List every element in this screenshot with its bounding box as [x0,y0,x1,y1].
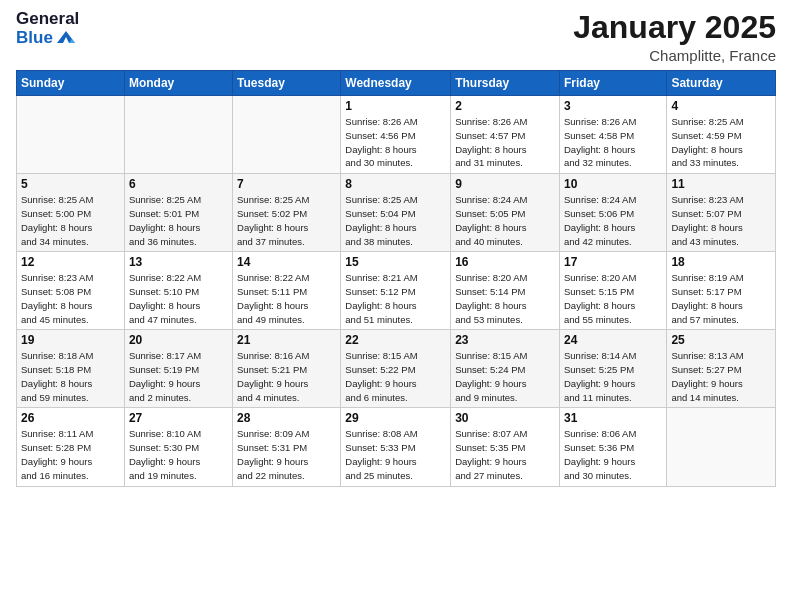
calendar-cell: 5Sunrise: 8:25 AMSunset: 5:00 PMDaylight… [17,174,125,252]
day-info: Sunrise: 8:25 AMSunset: 5:02 PMDaylight:… [237,193,336,248]
calendar-header-row: SundayMondayTuesdayWednesdayThursdayFrid… [17,71,776,96]
day-number: 29 [345,411,446,425]
day-info: Sunrise: 8:23 AMSunset: 5:07 PMDaylight:… [671,193,771,248]
day-info: Sunrise: 8:25 AMSunset: 5:01 PMDaylight:… [129,193,228,248]
day-number: 22 [345,333,446,347]
day-info: Sunrise: 8:11 AMSunset: 5:28 PMDaylight:… [21,427,120,482]
day-info: Sunrise: 8:23 AMSunset: 5:08 PMDaylight:… [21,271,120,326]
day-number: 20 [129,333,228,347]
day-info: Sunrise: 8:13 AMSunset: 5:27 PMDaylight:… [671,349,771,404]
header: General Blue January 2025 Champlitte, Fr… [16,10,776,64]
calendar-cell: 8Sunrise: 8:25 AMSunset: 5:04 PMDaylight… [341,174,451,252]
day-info: Sunrise: 8:24 AMSunset: 5:06 PMDaylight:… [564,193,662,248]
logo: General Blue [16,10,79,48]
day-number: 7 [237,177,336,191]
location-title: Champlitte, France [573,47,776,64]
calendar-cell: 29Sunrise: 8:08 AMSunset: 5:33 PMDayligh… [341,408,451,486]
month-title: January 2025 [573,10,776,45]
day-number: 11 [671,177,771,191]
calendar-week-1: 5Sunrise: 8:25 AMSunset: 5:00 PMDaylight… [17,174,776,252]
day-info: Sunrise: 8:26 AMSunset: 4:58 PMDaylight:… [564,115,662,170]
calendar-cell [124,96,232,174]
day-number: 4 [671,99,771,113]
day-info: Sunrise: 8:26 AMSunset: 4:57 PMDaylight:… [455,115,555,170]
day-info: Sunrise: 8:24 AMSunset: 5:05 PMDaylight:… [455,193,555,248]
day-info: Sunrise: 8:20 AMSunset: 5:14 PMDaylight:… [455,271,555,326]
calendar-cell: 20Sunrise: 8:17 AMSunset: 5:19 PMDayligh… [124,330,232,408]
day-number: 31 [564,411,662,425]
col-header-monday: Monday [124,71,232,96]
calendar-cell: 13Sunrise: 8:22 AMSunset: 5:10 PMDayligh… [124,252,232,330]
calendar-cell: 4Sunrise: 8:25 AMSunset: 4:59 PMDaylight… [667,96,776,174]
calendar-cell: 3Sunrise: 8:26 AMSunset: 4:58 PMDaylight… [559,96,666,174]
day-info: Sunrise: 8:09 AMSunset: 5:31 PMDaylight:… [237,427,336,482]
calendar-cell: 9Sunrise: 8:24 AMSunset: 5:05 PMDaylight… [451,174,560,252]
calendar-cell [667,408,776,486]
calendar-cell: 18Sunrise: 8:19 AMSunset: 5:17 PMDayligh… [667,252,776,330]
day-info: Sunrise: 8:14 AMSunset: 5:25 PMDaylight:… [564,349,662,404]
day-number: 30 [455,411,555,425]
calendar-cell: 12Sunrise: 8:23 AMSunset: 5:08 PMDayligh… [17,252,125,330]
title-block: January 2025 Champlitte, France [573,10,776,64]
col-header-saturday: Saturday [667,71,776,96]
calendar-cell: 10Sunrise: 8:24 AMSunset: 5:06 PMDayligh… [559,174,666,252]
day-info: Sunrise: 8:06 AMSunset: 5:36 PMDaylight:… [564,427,662,482]
calendar-table: SundayMondayTuesdayWednesdayThursdayFrid… [16,70,776,486]
calendar-cell: 6Sunrise: 8:25 AMSunset: 5:01 PMDaylight… [124,174,232,252]
day-info: Sunrise: 8:18 AMSunset: 5:18 PMDaylight:… [21,349,120,404]
day-info: Sunrise: 8:08 AMSunset: 5:33 PMDaylight:… [345,427,446,482]
calendar-week-0: 1Sunrise: 8:26 AMSunset: 4:56 PMDaylight… [17,96,776,174]
calendar-cell: 22Sunrise: 8:15 AMSunset: 5:22 PMDayligh… [341,330,451,408]
col-header-friday: Friday [559,71,666,96]
day-number: 24 [564,333,662,347]
calendar-cell: 16Sunrise: 8:20 AMSunset: 5:14 PMDayligh… [451,252,560,330]
day-info: Sunrise: 8:22 AMSunset: 5:10 PMDaylight:… [129,271,228,326]
day-number: 12 [21,255,120,269]
day-number: 26 [21,411,120,425]
calendar-cell: 2Sunrise: 8:26 AMSunset: 4:57 PMDaylight… [451,96,560,174]
day-number: 14 [237,255,336,269]
calendar-cell: 15Sunrise: 8:21 AMSunset: 5:12 PMDayligh… [341,252,451,330]
day-info: Sunrise: 8:19 AMSunset: 5:17 PMDaylight:… [671,271,771,326]
day-number: 1 [345,99,446,113]
calendar-week-3: 19Sunrise: 8:18 AMSunset: 5:18 PMDayligh… [17,330,776,408]
calendar-cell: 23Sunrise: 8:15 AMSunset: 5:24 PMDayligh… [451,330,560,408]
day-number: 27 [129,411,228,425]
calendar-week-2: 12Sunrise: 8:23 AMSunset: 5:08 PMDayligh… [17,252,776,330]
day-info: Sunrise: 8:15 AMSunset: 5:24 PMDaylight:… [455,349,555,404]
day-info: Sunrise: 8:25 AMSunset: 5:00 PMDaylight:… [21,193,120,248]
day-number: 23 [455,333,555,347]
day-info: Sunrise: 8:07 AMSunset: 5:35 PMDaylight:… [455,427,555,482]
calendar-cell: 28Sunrise: 8:09 AMSunset: 5:31 PMDayligh… [233,408,341,486]
day-info: Sunrise: 8:20 AMSunset: 5:15 PMDaylight:… [564,271,662,326]
day-info: Sunrise: 8:26 AMSunset: 4:56 PMDaylight:… [345,115,446,170]
day-number: 5 [21,177,120,191]
day-number: 9 [455,177,555,191]
calendar-cell: 21Sunrise: 8:16 AMSunset: 5:21 PMDayligh… [233,330,341,408]
day-info: Sunrise: 8:21 AMSunset: 5:12 PMDaylight:… [345,271,446,326]
day-info: Sunrise: 8:10 AMSunset: 5:30 PMDaylight:… [129,427,228,482]
col-header-tuesday: Tuesday [233,71,341,96]
day-number: 25 [671,333,771,347]
calendar-cell: 1Sunrise: 8:26 AMSunset: 4:56 PMDaylight… [341,96,451,174]
calendar-cell: 19Sunrise: 8:18 AMSunset: 5:18 PMDayligh… [17,330,125,408]
logo-general: General [16,10,79,29]
day-info: Sunrise: 8:15 AMSunset: 5:22 PMDaylight:… [345,349,446,404]
calendar-cell: 31Sunrise: 8:06 AMSunset: 5:36 PMDayligh… [559,408,666,486]
day-info: Sunrise: 8:25 AMSunset: 5:04 PMDaylight:… [345,193,446,248]
day-number: 15 [345,255,446,269]
logo-blue: Blue [16,29,53,48]
calendar-cell: 26Sunrise: 8:11 AMSunset: 5:28 PMDayligh… [17,408,125,486]
day-info: Sunrise: 8:22 AMSunset: 5:11 PMDaylight:… [237,271,336,326]
day-number: 8 [345,177,446,191]
logo-icon [55,29,77,47]
calendar-cell: 30Sunrise: 8:07 AMSunset: 5:35 PMDayligh… [451,408,560,486]
day-number: 6 [129,177,228,191]
day-info: Sunrise: 8:25 AMSunset: 4:59 PMDaylight:… [671,115,771,170]
day-number: 21 [237,333,336,347]
calendar-cell [233,96,341,174]
calendar-week-4: 26Sunrise: 8:11 AMSunset: 5:28 PMDayligh… [17,408,776,486]
page: General Blue January 2025 Champlitte, Fr… [0,0,792,612]
calendar-cell: 24Sunrise: 8:14 AMSunset: 5:25 PMDayligh… [559,330,666,408]
day-number: 13 [129,255,228,269]
